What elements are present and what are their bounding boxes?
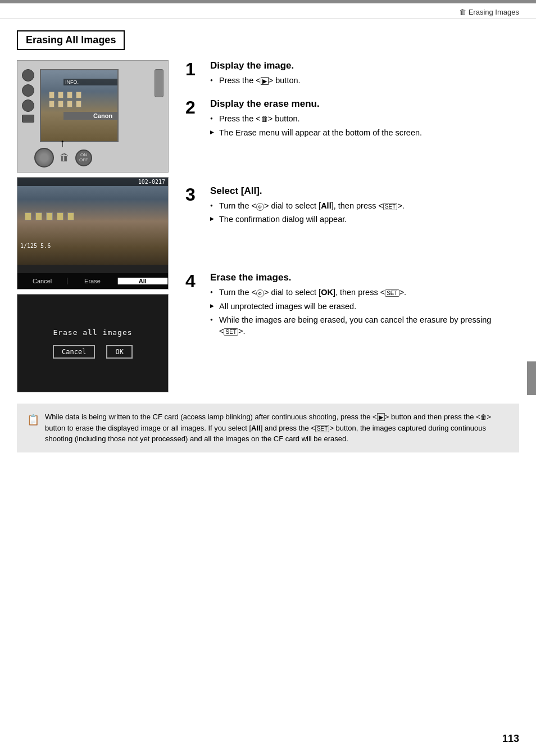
step-2-content: Display the erase menu. Press the <🗑> bu… xyxy=(210,98,519,141)
content-area: Erasing All Images INFO. xyxy=(0,25,536,464)
window xyxy=(49,92,54,98)
dialog-cancel-btn: Cancel xyxy=(53,345,95,359)
step-2-bullets: Press the <🗑> button. The Erase menu wil… xyxy=(210,113,519,138)
note-text: While data is being written to the CF ca… xyxy=(45,411,509,445)
step-3-bullets: Turn the <⚙> dial to select [All], then … xyxy=(210,200,519,225)
step-4-bullet-3: While the images are being erased, you c… xyxy=(210,314,519,337)
camera-image: INFO. Can xyxy=(17,60,169,173)
window xyxy=(58,92,63,98)
cam-btn-play xyxy=(22,115,34,123)
window xyxy=(58,101,63,107)
window xyxy=(49,101,54,107)
step-3-number: 3 xyxy=(185,185,206,203)
screen-windows xyxy=(25,212,160,220)
step-1-block: 1 Display the image. Press the <▶> butto… xyxy=(185,60,519,88)
page-tab xyxy=(527,361,536,395)
step-4-content: Erase the images. Turn the <⚙> dial to s… xyxy=(210,272,519,339)
dialog-image: Erase all images Cancel OK xyxy=(17,294,169,392)
right-column: 1 Display the image. Press the <▶> butto… xyxy=(185,60,519,350)
sw xyxy=(67,212,74,220)
step-1-number: 1 xyxy=(185,60,206,78)
section-title: Erasing All Images xyxy=(17,30,125,50)
dialog-text: Erase all images xyxy=(53,328,132,337)
cam-btn-info xyxy=(22,69,34,82)
cam-info-bar: INFO. xyxy=(63,79,119,85)
note-icon: 📋 xyxy=(27,413,39,428)
step-2-bullet-2: The Erase menu will appear at the bottom… xyxy=(210,127,519,138)
step-1-title: Display the image. xyxy=(210,60,519,71)
screen-building-bg: 102-0217 1/125 5.6 xyxy=(17,178,168,265)
cam-screen-building: INFO. xyxy=(41,70,117,141)
step-2-title: Display the erase menu. xyxy=(210,98,519,110)
menu-erase: Erase xyxy=(67,278,117,284)
step-3-block: 3 Select [All]. Turn the <⚙> dial to sel… xyxy=(185,185,519,228)
sw xyxy=(35,212,42,220)
cam-screen: INFO. Can xyxy=(40,69,119,142)
window xyxy=(76,101,81,107)
step-2-block: 2 Display the erase menu. Press the <🗑> … xyxy=(185,98,519,141)
step-4-number: 4 xyxy=(185,272,206,290)
step-4-block: 4 Erase the images. Turn the <⚙> dial to… xyxy=(185,272,519,339)
cam-switch: ONOFF xyxy=(75,150,92,166)
main-layout: INFO. Can xyxy=(17,60,519,392)
camera-body: INFO. Can xyxy=(17,61,168,172)
step-1-bullet-1: Press the <▶> button. xyxy=(210,75,519,86)
page-number: 113 xyxy=(502,733,519,745)
dialog-buttons: Cancel OK xyxy=(53,345,133,359)
step-1-bullets: Press the <▶> button. xyxy=(210,75,519,86)
step-3-content: Select [All]. Turn the <⚙> dial to selec… xyxy=(210,185,519,228)
cam-right-controls xyxy=(155,69,163,97)
cam-bottom-area: 🗑 ONOFF xyxy=(34,148,92,168)
dialog-ok-btn: OK xyxy=(106,345,132,359)
step-1-content: Display the image. Press the <▶> button. xyxy=(210,60,519,88)
cam-right-btn xyxy=(155,69,163,97)
step-2-number: 2 xyxy=(185,98,206,116)
step-3-title: Select [All]. xyxy=(210,185,519,197)
arrow-indicator: ↑ xyxy=(60,137,65,150)
menu-cancel: Cancel xyxy=(17,278,67,284)
cam-switch-label: ONOFF xyxy=(76,151,91,162)
cam-trash-icon: 🗑 xyxy=(60,152,70,164)
cam-label: Canon xyxy=(63,112,119,120)
sw xyxy=(57,212,63,220)
window xyxy=(76,92,81,98)
dialog-bg: Erase all images Cancel OK xyxy=(17,295,168,392)
header-title: Erasing Images xyxy=(469,8,519,16)
menu-all: All xyxy=(118,278,168,284)
screen-top-bar: 102-0217 xyxy=(17,178,168,186)
screen-exposure: 1/125 5.6 xyxy=(20,243,51,249)
step-4-bullets: Turn the <⚙> dial to select [OK], then p… xyxy=(210,287,519,337)
cam-dial xyxy=(34,148,54,168)
window xyxy=(67,101,72,107)
step-2-bullet-1: Press the <🗑> button. xyxy=(210,113,519,124)
step-4-title: Erase the images. xyxy=(210,272,519,283)
sw xyxy=(25,212,31,220)
screen-menu-image: 102-0217 1/125 5.6 Cancel Erase xyxy=(17,177,169,289)
step-4-bullet-1: Turn the <⚙> dial to select [OK], then p… xyxy=(210,287,519,298)
screen-bottom-menu: Cancel Erase All xyxy=(17,273,168,289)
building-windows xyxy=(49,92,83,107)
screen-frame-number: 102-0217 xyxy=(138,179,165,185)
page-header: 🗑 Erasing Images xyxy=(0,3,536,19)
step-4-bullet-2: All unprotected images will be erased. xyxy=(210,301,519,312)
left-column: INFO. Can xyxy=(17,60,174,392)
note-box: 📋 While data is being written to the CF … xyxy=(17,404,519,452)
step-3-bullet-1: Turn the <⚙> dial to select [All], then … xyxy=(210,200,519,211)
cam-btn-menu xyxy=(22,99,34,112)
sw xyxy=(46,212,53,220)
step-3-bullet-2: The confirmation dialog will appear. xyxy=(210,214,519,225)
cam-left-buttons xyxy=(22,69,34,123)
trash-icon: 🗑 xyxy=(459,8,466,16)
cam-btn-jump xyxy=(22,84,34,97)
window xyxy=(67,92,72,98)
